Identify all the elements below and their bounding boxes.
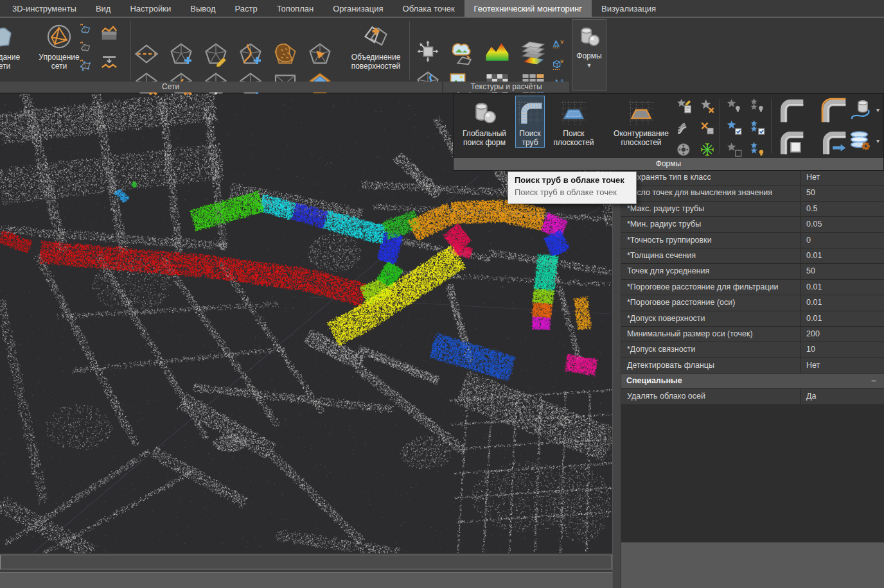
mesh-curve-add-button[interactable] xyxy=(238,41,263,67)
cloud-texture-button[interactable] xyxy=(447,37,475,65)
mesh-arrow-blue-icon xyxy=(78,22,93,36)
pipe-elbow-export-button[interactable] xyxy=(820,128,848,157)
cylinder-lasso-button[interactable]: ▾ xyxy=(848,98,880,122)
panel-divider xyxy=(771,99,772,154)
pipe-search-button-label: Поиск труб xyxy=(516,129,544,147)
property-value[interactable]: 0.01 xyxy=(801,311,884,326)
property-label: *Допуск поверхности xyxy=(621,311,801,326)
property-row: *Макс. радиус трубы0.5 xyxy=(621,202,884,217)
chevron-down-icon: ▼ xyxy=(587,62,592,69)
section-row: Специальные− xyxy=(621,374,884,389)
pipe-elbow-button[interactable] xyxy=(777,96,806,125)
stars-bulb-gray-icon xyxy=(749,98,766,114)
property-row: *Толщина сечения0.01 xyxy=(621,248,884,264)
extract-mesh-blue-button[interactable] xyxy=(78,22,93,36)
property-value[interactable]: 0.01 xyxy=(801,280,884,295)
property-value[interactable]: 0 xyxy=(801,233,884,248)
cloud-settings-button[interactable]: ▾ xyxy=(848,128,880,153)
shape-delete-button[interactable] xyxy=(699,98,716,114)
horizontal-scrollbar[interactable] xyxy=(0,555,612,569)
mesh-hole-button[interactable] xyxy=(272,41,298,67)
plane-contour-button[interactable]: Оконтуривание плоскостей xyxy=(603,96,680,148)
mesh-fill-button[interactable] xyxy=(307,41,333,67)
flatten-terrain-button[interactable] xyxy=(98,51,121,71)
tab-3[interactable]: Настройки xyxy=(120,0,181,17)
show-shapes-button[interactable] xyxy=(749,98,766,114)
merge-surfaces-button[interactable]: Объединение поверхностей xyxy=(344,19,407,71)
select-shape-button[interactable] xyxy=(726,119,743,136)
tab-7[interactable]: Организация xyxy=(323,0,393,17)
bottom-right-fill xyxy=(621,542,884,588)
pipe-search-button[interactable]: Поиск труб xyxy=(515,96,545,148)
property-value[interactable]: 50 xyxy=(801,264,884,279)
property-label: *Точность группировки xyxy=(621,233,801,248)
flange-icon xyxy=(676,141,693,158)
create-mesh-button[interactable]: Создание сети xyxy=(0,19,27,71)
tab-9[interactable]: Геотехнический мониторинг xyxy=(464,0,592,17)
plane-search-button[interactable]: Поиск плоскостей xyxy=(549,96,599,148)
shape-edit-button[interactable] xyxy=(676,98,693,114)
chevron-down-icon: ▾ xyxy=(876,137,880,144)
property-value[interactable]: 0.5 xyxy=(801,202,884,216)
stars-check-icon xyxy=(749,119,766,136)
extract-mesh-handles-button[interactable] xyxy=(78,58,93,72)
layers-button[interactable] xyxy=(519,37,547,65)
tab-10[interactable]: Визуализация xyxy=(592,0,666,17)
cylinder-sphere-icon xyxy=(470,99,499,127)
select-shapes-button[interactable] xyxy=(749,119,766,136)
snowflake-button[interactable] xyxy=(699,141,716,158)
cube-axes-button[interactable] xyxy=(415,39,441,64)
section-label: Специальные xyxy=(621,374,871,388)
tooltip-title: Поиск труб в облаке точек xyxy=(515,175,630,185)
property-value[interactable]: 10 xyxy=(801,342,884,357)
show-shape-button[interactable] xyxy=(726,98,743,114)
property-value[interactable]: 200 xyxy=(801,327,884,342)
collapse-icon[interactable]: − xyxy=(871,374,884,388)
volume-v2-button[interactable]: V xyxy=(551,58,565,72)
property-value[interactable]: Нет xyxy=(801,358,884,373)
terrain-profile-button[interactable] xyxy=(98,24,121,44)
delete-box-button[interactable] xyxy=(699,119,716,136)
tab-bar: 3D-инструментыВидНастройкиВыводРастрТопо… xyxy=(0,0,884,17)
property-row: Точек для усреднения50 xyxy=(621,264,884,279)
tab-5[interactable]: Растр xyxy=(225,0,267,17)
mesh-add-button[interactable] xyxy=(168,41,194,67)
property-label: *Пороговое расстояние (оси) xyxy=(621,295,801,310)
unselect-shape-button[interactable] xyxy=(726,141,743,158)
global-shape-search-button[interactable]: Глобальный поиск форм xyxy=(457,96,511,148)
property-value[interactable]: 50 xyxy=(801,186,884,200)
property-value[interactable]: 0.05 xyxy=(801,217,884,232)
property-label: *Толщина сечения xyxy=(621,248,801,263)
chevron-down-icon: ▾ xyxy=(876,107,880,114)
tab-4[interactable]: Вывод xyxy=(181,0,225,17)
pyramid-v-icon: V xyxy=(551,39,565,53)
tab-1[interactable]: 3D-инструменты xyxy=(3,0,86,17)
mesh-section-button[interactable] xyxy=(134,41,159,67)
property-row: Минимальный размер оси (точек)200 xyxy=(621,327,884,342)
elevation-map-button[interactable] xyxy=(483,37,511,65)
pipe-stack-button[interactable] xyxy=(676,119,693,136)
property-value[interactable]: 0.01 xyxy=(801,248,884,263)
shapes-button[interactable]: Формы ▼ xyxy=(572,19,606,91)
volume-v1-button[interactable]: V xyxy=(551,39,565,53)
highlight-shapes-button[interactable] xyxy=(749,141,766,158)
mesh-arrow-gray-icon xyxy=(78,40,93,54)
cloud-mesh-icon xyxy=(447,37,475,65)
tab-2[interactable]: Вид xyxy=(86,0,121,17)
property-value[interactable]: Да xyxy=(801,389,884,404)
mesh-edit-button[interactable] xyxy=(203,41,229,67)
property-row: Удалять облако осейДа xyxy=(621,389,884,404)
terrain-profile-icon xyxy=(98,24,121,44)
pipes-stack-icon xyxy=(676,119,693,136)
property-row: Число точек для вычисления значения50 xyxy=(621,186,884,201)
pipe-grid-icon xyxy=(516,99,544,127)
property-value[interactable]: Нет xyxy=(801,170,884,185)
flange-button[interactable] xyxy=(676,141,693,158)
tab-6[interactable]: Топоплан xyxy=(267,0,323,17)
circle-tetra-icon xyxy=(45,22,73,51)
extract-mesh-gray-button[interactable] xyxy=(78,40,93,54)
pipe-elbow-box-button[interactable] xyxy=(777,128,806,157)
tab-8[interactable]: Облака точек xyxy=(393,0,464,17)
pipe-elbow-outline-button[interactable] xyxy=(820,96,848,125)
property-value[interactable]: 0.01 xyxy=(801,295,884,310)
